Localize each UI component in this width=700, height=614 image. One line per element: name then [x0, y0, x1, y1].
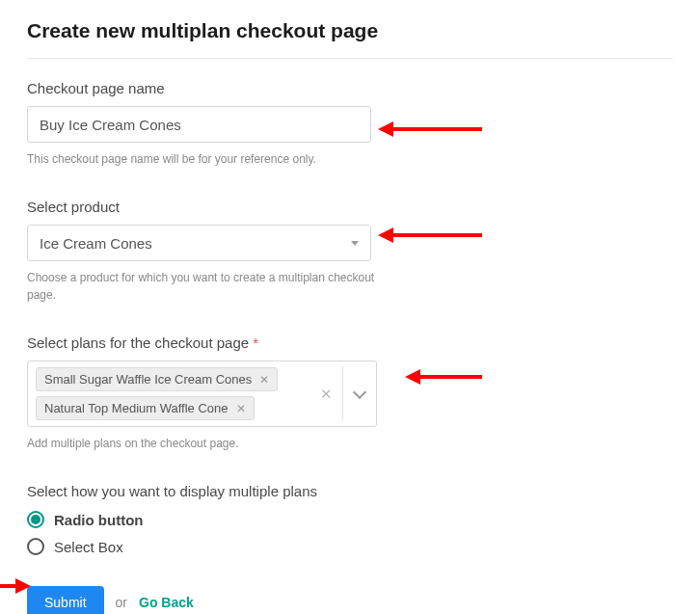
product-help: Choose a product for which you want to c… — [27, 269, 384, 304]
go-back-link[interactable]: Go Back — [139, 595, 194, 610]
plan-tag: Natural Top Medium Waffle Cone ✕ — [36, 396, 255, 420]
close-icon[interactable]: ✕ — [259, 374, 269, 386]
plans-dropdown-toggle[interactable] — [343, 361, 376, 426]
chevron-down-icon — [353, 385, 366, 398]
close-icon[interactable]: ✕ — [236, 403, 246, 414]
clear-all-icon[interactable]: ✕ — [310, 361, 342, 426]
product-selected-value: Ice Cream Cones — [40, 235, 351, 252]
product-group: Select product Ice Cream Cones Choose a … — [27, 199, 673, 304]
actions-row: Submit or Go Back — [27, 586, 673, 614]
plan-tag-label: Natural Top Medium Waffle Cone — [44, 401, 229, 415]
or-text: or — [116, 595, 127, 610]
plans-group: Select plans for the checkout page * Sma… — [27, 334, 673, 452]
radio-icon — [27, 511, 44, 528]
plans-label: Select plans for the checkout page * — [27, 334, 673, 351]
plans-label-text: Select plans for the checkout page — [27, 334, 249, 351]
caret-down-icon — [351, 241, 359, 246]
checkout-name-label: Checkout page name — [27, 80, 673, 96]
radio-dot-icon — [31, 515, 40, 524]
page-title: Create new multiplan checkout page — [27, 19, 673, 59]
radio-icon — [27, 538, 44, 555]
required-asterisk: * — [253, 334, 258, 351]
display-mode-group: Select how you want to display multiple … — [27, 483, 673, 555]
product-select[interactable]: Ice Cream Cones — [27, 225, 371, 261]
radio-option-select-box[interactable]: Select Box — [27, 538, 673, 555]
radio-label-text: Radio button — [54, 512, 143, 528]
plans-help: Add multiple plans on the checkout page. — [27, 435, 384, 452]
plan-tag: Small Sugar Waffle Ice Cream Cones ✕ — [36, 367, 278, 391]
product-label: Select product — [27, 199, 673, 215]
checkout-name-help: This checkout page name will be for your… — [27, 150, 384, 168]
radio-label-text: Select Box — [54, 539, 123, 555]
submit-button[interactable]: Submit — [27, 586, 104, 614]
display-mode-label: Select how you want to display multiple … — [27, 483, 673, 499]
checkout-name-group: Checkout page name This checkout page na… — [27, 80, 673, 168]
checkout-name-input[interactable] — [27, 106, 371, 143]
plans-multiselect[interactable]: Small Sugar Waffle Ice Cream Cones ✕ Nat… — [27, 360, 377, 427]
plans-tags-container: Small Sugar Waffle Ice Cream Cones ✕ Nat… — [28, 361, 310, 426]
radio-option-radio-button[interactable]: Radio button — [27, 511, 673, 528]
plan-tag-label: Small Sugar Waffle Ice Cream Cones — [44, 372, 252, 387]
